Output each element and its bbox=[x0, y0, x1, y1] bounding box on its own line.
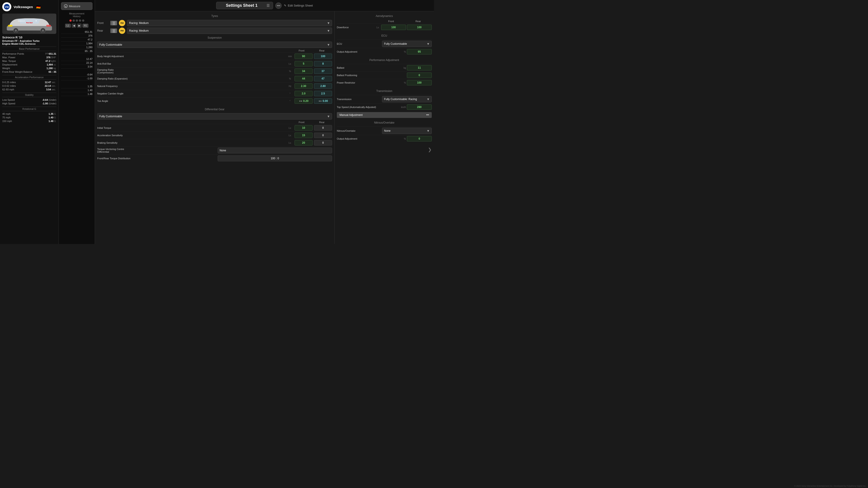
camber-rear-val[interactable]: 2.5 bbox=[314, 91, 332, 96]
body-height-rear-val[interactable]: 100 bbox=[314, 54, 332, 59]
damping-exp-front-val[interactable]: 44 bbox=[294, 76, 313, 81]
half-mile-unit: sec. bbox=[52, 85, 56, 87]
mph150-unit: G bbox=[54, 120, 56, 123]
suspension-front-header: Front bbox=[291, 49, 312, 52]
tyre-front-select[interactable]: Racing: Medium ▼ bbox=[127, 20, 332, 26]
toe-rear-val[interactable]: ◄► 0.00 bbox=[314, 98, 332, 104]
manual-adj-dots-icon: ••• bbox=[426, 113, 429, 117]
l1-button[interactable]: L1 bbox=[65, 24, 71, 28]
max-power-value: 376 bbox=[46, 56, 51, 59]
suspension-table-header: Front Rear bbox=[97, 49, 332, 52]
divider-3 bbox=[61, 80, 92, 85]
next-button[interactable]: ▶ bbox=[77, 24, 82, 28]
anti-roll-unit: Lv. bbox=[285, 63, 294, 65]
body-height-unit: mm bbox=[285, 55, 294, 58]
mph40-unit: G bbox=[54, 113, 56, 115]
anti-roll-row: Anti-Roll Bar Lv. 5 8 bbox=[97, 60, 332, 67]
accel-sens-front-val[interactable]: 15 bbox=[294, 133, 313, 138]
downforce-label: Downforce bbox=[337, 26, 373, 29]
toe-front-val[interactable]: ◄► 0.20 bbox=[294, 98, 313, 104]
tyre-rear-bar bbox=[110, 29, 117, 33]
aspiration-label: Aspiration bbox=[20, 39, 32, 42]
prev-button[interactable]: ◀ bbox=[72, 24, 76, 28]
dot-4[interactable] bbox=[79, 20, 81, 22]
camber-unit: ° bbox=[285, 92, 294, 95]
drivetrain-value: FF bbox=[14, 39, 18, 42]
power-rest-val[interactable]: 100 bbox=[407, 80, 432, 86]
damping-exp-rear-val[interactable]: 47 bbox=[314, 76, 332, 81]
brand-header: VW Volkswagen 🇩🇪 bbox=[2, 2, 56, 11]
mval-75mph: 1.40 bbox=[61, 88, 92, 92]
edit-icon: ✎ bbox=[284, 4, 286, 7]
trans-section-title: Transmission bbox=[337, 89, 432, 94]
anti-roll-front-val[interactable]: 5 bbox=[294, 61, 313, 66]
torque-vec-label: Torque-Vectoring CentreDifferential bbox=[97, 148, 208, 153]
torque-vec-val[interactable]: None bbox=[218, 148, 332, 153]
torque-dist-row: Front/Rear Torque Distribution 100 : 0 bbox=[97, 154, 332, 162]
dot-3[interactable] bbox=[76, 20, 78, 22]
ecu-select[interactable]: Fully Customisable ▼ bbox=[382, 41, 432, 47]
edit-settings-button[interactable]: ✎ Edit Settings Sheet bbox=[284, 4, 313, 7]
initial-torque-rear-val[interactable]: 0 bbox=[314, 125, 332, 131]
damping-comp-rear-val[interactable]: 37 bbox=[314, 68, 332, 74]
torque-dist-val[interactable]: 100 : 0 bbox=[218, 156, 332, 161]
tyre-rear-select[interactable]: Racing: Medium ▼ bbox=[127, 28, 332, 34]
ballast-val[interactable]: 11 bbox=[407, 65, 432, 70]
downforce-rear-val[interactable]: 100 bbox=[407, 25, 432, 30]
edit-label: Edit Settings Sheet bbox=[288, 4, 313, 7]
top-speed-val[interactable]: 280 bbox=[407, 104, 432, 110]
initial-torque-front-val[interactable]: 10 bbox=[294, 125, 313, 131]
more-options-button[interactable]: ••• bbox=[275, 2, 282, 9]
quarter-mile-label: 0-0.25 miles bbox=[2, 81, 16, 84]
dot-5[interactable] bbox=[82, 20, 84, 22]
downforce-front-val[interactable]: 100 bbox=[381, 25, 406, 30]
low-speed-row: Low Speed -0.64 (Under) bbox=[2, 98, 56, 102]
low-speed-value: -0.64 bbox=[42, 98, 48, 101]
toe-front-dir-icon: ◄► bbox=[299, 100, 303, 102]
mph75-row: 75 mph 1.40 G bbox=[2, 116, 56, 119]
nitrous-output-label: Output Adjustment bbox=[337, 137, 399, 140]
camber-front-val[interactable]: 2.0 bbox=[294, 91, 313, 96]
braking-sens-rear-val[interactable]: 0 bbox=[314, 140, 332, 145]
damping-exp-label: Damping Ratio (Expansion) bbox=[97, 77, 285, 80]
ecu-output-val[interactable]: 95 bbox=[407, 49, 432, 55]
dot-1[interactable] bbox=[69, 20, 72, 22]
dot-2[interactable] bbox=[72, 20, 75, 22]
braking-sens-front-val[interactable]: 20 bbox=[294, 140, 313, 145]
ecu-output-unit: % bbox=[399, 51, 406, 53]
trans-select[interactable]: Fully Customisable: Racing ▼ bbox=[382, 96, 432, 102]
ballast-unit: kg bbox=[399, 67, 406, 69]
accel-sens-rear-val[interactable]: 0 bbox=[314, 133, 332, 138]
nitrous-select[interactable]: None ▼ bbox=[382, 128, 432, 134]
diff-chevron-icon: ▼ bbox=[327, 115, 330, 118]
nitrous-output-val[interactable]: 0 bbox=[407, 136, 432, 141]
r1-button[interactable]: R1 bbox=[83, 24, 89, 28]
ecu-section-title: ECU bbox=[337, 33, 432, 38]
sprint-unit: sec. bbox=[52, 88, 56, 91]
natural-freq-rear-val[interactable]: 2.80 bbox=[314, 84, 332, 89]
next-page-button[interactable]: ❯ bbox=[428, 147, 432, 152]
suspension-type-select[interactable]: Fully Customisable ▼ bbox=[97, 41, 332, 48]
manual-adjustment-button[interactable]: Manual Adjustment ••• bbox=[337, 112, 432, 118]
menu-icon-button[interactable]: ☰ bbox=[266, 3, 270, 8]
sprint-value: 3.54 bbox=[46, 88, 51, 91]
aero-front-header: Front bbox=[377, 20, 405, 23]
mval-weight: 1,280 bbox=[61, 45, 92, 49]
measure-button[interactable]: ▲ Measure bbox=[61, 2, 92, 10]
mph40-label: 40 mph bbox=[2, 112, 11, 115]
mph150-value: 1.48 bbox=[49, 120, 53, 123]
nitrous-output-row: Output Adjustment % 0 bbox=[337, 135, 432, 142]
body-height-front-val[interactable]: 90 bbox=[294, 54, 313, 59]
damping-comp-front-val[interactable]: 34 bbox=[294, 68, 313, 74]
weight-value: 1,280 bbox=[46, 67, 53, 70]
diff-type-select[interactable]: Fully Customisable ▼ bbox=[97, 113, 332, 120]
ballast-label: Ballast bbox=[337, 66, 399, 69]
natural-freq-front-val[interactable]: 2.30 bbox=[294, 84, 313, 89]
anti-roll-rear-val[interactable]: 8 bbox=[314, 61, 332, 66]
sprint-label: 62-93 mph bbox=[2, 88, 14, 91]
diff-table-header: Front Rear bbox=[97, 121, 332, 124]
mval-40mph: 1.35 bbox=[61, 85, 92, 88]
engine-detail: Engine Model CDL-Scirocco bbox=[2, 42, 56, 45]
damping-comp-unit: % bbox=[285, 70, 294, 72]
ballast-pos-val[interactable]: 0 bbox=[407, 72, 432, 78]
